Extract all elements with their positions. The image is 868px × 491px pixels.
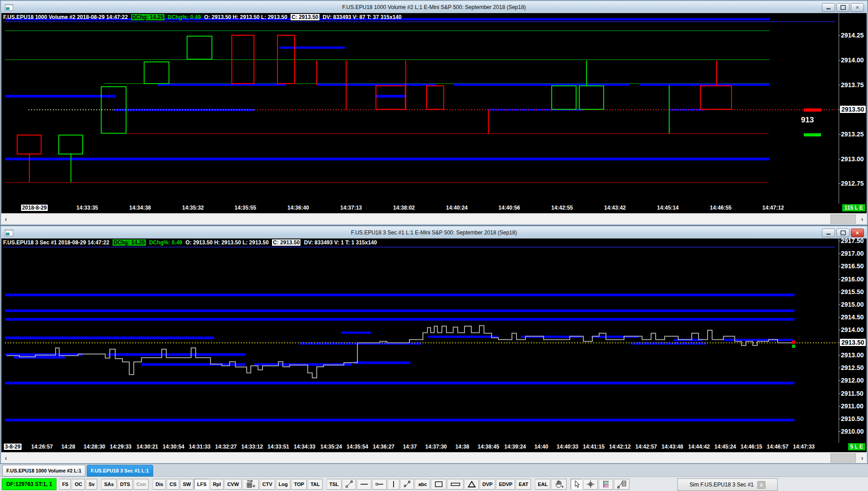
- chart-tab[interactable]: F.US.EPU18 1000 Volume #2 L:1: [2, 465, 85, 477]
- current-price-label: 2913.50: [840, 106, 866, 113]
- time-axis: 5 L E 3-8-2914:26:5714:2814:28:3014:29:3…: [1, 443, 867, 452]
- taskbar-item-sim-trade-window[interactable]: Sim F.US.EPU18 3 Sec #1 x: [677, 478, 778, 491]
- fibonacci-icon[interactable]: [599, 479, 613, 490]
- candle-body: [17, 135, 42, 154]
- close-button[interactable]: ×: [851, 3, 864, 12]
- price-scale[interactable]: 2914.252914.002913.752913.502913.252913.…: [839, 13, 867, 204]
- scrollbar-thumb[interactable]: [830, 454, 856, 463]
- horizontal-scrollbar[interactable]: ‹ ›: [1, 213, 867, 224]
- scrollbar-thumb[interactable]: [830, 215, 856, 224]
- chart-plot-area[interactable]: [1, 238, 839, 443]
- svg-text:TVW: TVW: [247, 480, 253, 482]
- volume-trades-info: DV: 833493 V: 87 T: 37 315x140: [323, 14, 402, 20]
- price-scale-label: 2914.00: [841, 326, 864, 333]
- toolbar-button-tal[interactable]: TAL: [308, 479, 323, 490]
- toolbar-button-fs[interactable]: FS: [59, 479, 71, 490]
- chart-window-1000-volume: F.US.EPU18 1000 Volume #2 L:1 E-Mini S&P…: [0, 0, 868, 225]
- window-icon[interactable]: [5, 4, 13, 11]
- horizontal-line-icon[interactable]: [357, 479, 371, 490]
- chart-plot-area[interactable]: 913: [1, 13, 839, 204]
- price-bar: [346, 61, 347, 110]
- toolbar-button-eat[interactable]: EAT: [516, 479, 531, 490]
- ohl-values: O: 2913.50 H: 2913.50 L: 2913.50: [204, 14, 287, 20]
- toolbar-button-rpl[interactable]: Rpl: [210, 479, 224, 490]
- toolbar-button-log[interactable]: Log: [276, 479, 291, 490]
- chart-calculator-icon[interactable]: [614, 479, 629, 490]
- vertical-line-icon[interactable]: [388, 479, 399, 490]
- candle-body: [551, 85, 577, 110]
- taskbar-item-close-icon[interactable]: x: [757, 481, 765, 489]
- price-scale-label: 2913.25: [841, 131, 864, 138]
- horizontal-scrollbar[interactable]: ‹ ›: [1, 452, 867, 463]
- daily-change-pct: DChg%: 0.49: [149, 239, 182, 246]
- minimize-button[interactable]: [822, 3, 835, 12]
- candle-body: [277, 35, 295, 84]
- horizontal-ray-icon[interactable]: [372, 479, 387, 490]
- price-bar: [316, 61, 317, 85]
- time-label: 14:35:55: [235, 205, 256, 211]
- time-label: 14:45:24: [714, 444, 736, 450]
- hand-icon[interactable]: [551, 479, 567, 490]
- scroll-right-arrow-icon[interactable]: ›: [858, 214, 867, 224]
- toolbar-button-tsl[interactable]: TSL: [327, 479, 342, 490]
- trendline-icon[interactable]: [343, 479, 356, 490]
- price-scale-label: 2913.00: [841, 155, 864, 163]
- minimize-icon: [826, 8, 830, 9]
- close-button[interactable]: ×: [851, 229, 864, 237]
- toolbar-button-dvp[interactable]: DVP: [480, 479, 496, 490]
- time-label: 14:40:56: [498, 205, 520, 211]
- dotted-price-line: [254, 109, 835, 110]
- pointer-icon[interactable]: [571, 479, 582, 490]
- time-label: 14:38:02: [393, 205, 415, 211]
- toolbar-button-cvw[interactable]: CVW: [225, 479, 242, 490]
- time-label: 14:44:42: [688, 444, 710, 450]
- scroll-left-arrow-icon[interactable]: ‹: [1, 453, 10, 463]
- time-label: 14:42:55: [551, 205, 573, 211]
- price-scale-label: 2910.50: [841, 415, 864, 422]
- toolbar-button-ctv[interactable]: CTV: [260, 479, 275, 490]
- toolbar-button-dis[interactable]: Dis: [153, 479, 166, 490]
- scroll-left-arrow-icon[interactable]: ‹: [1, 214, 10, 224]
- toolbar-button-sw[interactable]: SW: [180, 479, 194, 490]
- tvw-icon[interactable]: TVW: [243, 479, 259, 490]
- window-icon[interactable]: [5, 229, 13, 236]
- price-scale[interactable]: 2917.502917.002916.502916.002915.502915.…: [839, 238, 867, 443]
- candle-body: [579, 85, 604, 110]
- chart-tab-active[interactable]: F.US.EPU18 3 Sec #1 L:1: [87, 465, 153, 477]
- price-bar: [716, 61, 717, 85]
- chart-status-line: F.US.EPU18 3 Sec #1 2018-08-29 14:47:22 …: [3, 239, 835, 248]
- time-label: 14:38: [455, 444, 469, 450]
- time-label: 14:29:33: [110, 444, 131, 450]
- restore-button[interactable]: [836, 3, 849, 12]
- toolbar-button-dts[interactable]: DTS: [117, 479, 133, 490]
- chartbook-tab-bar: F.US.EPU18 1000 Volume #2 L:1F.US.EPU18 …: [0, 464, 868, 477]
- minimize-button[interactable]: [822, 229, 835, 237]
- rectangle-icon[interactable]: [431, 479, 446, 490]
- toolbar-button-lfs[interactable]: LFS: [194, 479, 209, 490]
- price-scale-label: 2913.00: [841, 351, 864, 359]
- time-label: 14:34:33: [294, 444, 315, 450]
- time-axis: 115 L E 2018-8-2914:33:3514:34:3814:35:3…: [1, 204, 867, 213]
- extending-line-icon[interactable]: [400, 479, 414, 490]
- restore-button[interactable]: [836, 229, 849, 237]
- toolbar-button-sas[interactable]: SAs: [101, 479, 116, 490]
- titlebar-bottom-window[interactable]: F.US.EPU18 3 Sec #1 L:1 E-Mini S&P 500: …: [1, 227, 867, 238]
- highlight-bar-icon[interactable]: [447, 479, 464, 490]
- price-bar: [669, 85, 670, 134]
- toolbar-button-cs[interactable]: CS: [167, 479, 179, 490]
- text-tool-icon[interactable]: abc: [415, 479, 430, 490]
- price-level-line: [5, 158, 769, 160]
- candle-body: [375, 85, 406, 110]
- toolbar-button-sv[interactable]: Sv: [86, 479, 97, 490]
- toolbar-button-eal[interactable]: EAL: [535, 479, 550, 490]
- symbol-info: F.US.EPU18 3 Sec #1 2018-08-29 14:47:22: [3, 239, 109, 246]
- toolbar-button-edvp[interactable]: EDVP: [496, 479, 515, 490]
- toolbar-button-con[interactable]: Con: [134, 479, 149, 490]
- triangle-icon[interactable]: [464, 479, 479, 490]
- toolbar-button-oc[interactable]: OC: [72, 479, 85, 490]
- toolbar-button-top[interactable]: TOP: [291, 479, 307, 490]
- titlebar-top-window[interactable]: F.US.EPU18 1000 Volume #2 L:1 E-Mini S&P…: [1, 1, 867, 13]
- time-label: 14:33:35: [76, 205, 98, 211]
- scroll-right-arrow-icon[interactable]: ›: [858, 453, 867, 463]
- crosshair-icon[interactable]: [583, 479, 598, 490]
